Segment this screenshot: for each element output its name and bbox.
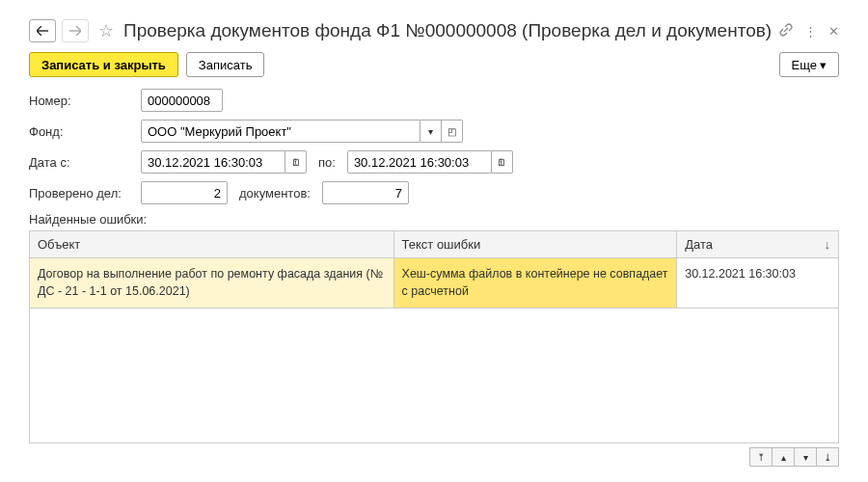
fund-dropdown-button[interactable]: ▾ <box>420 120 442 143</box>
calendar-icon: 🗓 <box>291 157 301 168</box>
more-label: Еще <box>792 58 817 72</box>
column-error-text[interactable]: Текст ошибки <box>393 231 677 258</box>
calendar-icon: 🗓 <box>497 157 506 168</box>
chevron-down-icon: ▾ <box>428 126 433 137</box>
cell-date: 30.12.2021 16:30:03 <box>677 258 839 308</box>
menu-icon[interactable]: ⋮ <box>804 24 817 39</box>
arrow-right-icon <box>69 26 81 36</box>
cell-error-text: Хеш-сумма файлов в контейнере не совпада… <box>393 258 677 308</box>
fund-open-button[interactable]: ◰ <box>442 120 463 143</box>
table-empty-area <box>29 308 839 443</box>
triangle-up-icon: ▴ <box>781 452 786 463</box>
sort-desc-icon: ↓ <box>825 237 831 252</box>
table-row[interactable]: Договор на выполнение работ по ремонту ф… <box>30 258 839 308</box>
fund-input[interactable] <box>141 120 420 143</box>
docs-input[interactable] <box>322 181 409 204</box>
close-icon[interactable]: ✕ <box>828 24 839 39</box>
date-from-calendar-button[interactable]: 🗓 <box>285 150 307 174</box>
open-icon: ◰ <box>448 126 456 137</box>
chevron-down-icon: ▾ <box>820 58 827 72</box>
column-object[interactable]: Объект <box>30 231 394 258</box>
bar-up-icon: ⤒ <box>757 452 765 463</box>
link-icon[interactable] <box>779 23 793 40</box>
errors-table: Объект Текст ошибки Дата ↓ Договор на вы… <box>29 230 839 308</box>
date-to-label: по: <box>318 155 336 170</box>
scroll-last-button[interactable]: ⤓ <box>816 447 839 467</box>
save-close-button[interactable]: Записать и закрыть <box>29 52 178 77</box>
number-label: Номер: <box>29 94 135 108</box>
date-to-calendar-button[interactable]: 🗓 <box>492 150 513 174</box>
arrow-left-icon <box>37 26 48 36</box>
checked-cases-label: Проверено дел: <box>29 186 135 201</box>
errors-section-label: Найденные ошибки: <box>29 212 839 227</box>
star-icon[interactable]: ☆ <box>98 20 114 41</box>
column-date[interactable]: Дата ↓ <box>677 231 839 258</box>
date-from-input[interactable] <box>141 150 285 174</box>
docs-label: документов: <box>239 186 311 201</box>
checked-cases-input[interactable] <box>141 181 228 204</box>
bar-down-icon: ⤓ <box>824 452 831 463</box>
fund-label: Фонд: <box>29 124 135 139</box>
scroll-first-button[interactable]: ⤒ <box>749 447 773 467</box>
date-from-label: Дата с: <box>29 155 135 170</box>
number-input[interactable] <box>141 89 223 112</box>
scroll-down-button[interactable]: ▾ <box>794 447 817 467</box>
cell-object: Договор на выполнение работ по ремонту ф… <box>30 258 394 308</box>
scroll-up-button[interactable]: ▴ <box>772 447 795 467</box>
date-to-input[interactable] <box>347 150 492 174</box>
nav-forward-button[interactable] <box>62 19 89 42</box>
column-date-label: Дата <box>685 237 713 252</box>
page-title: Проверка документов фонда Ф1 №000000008 … <box>123 20 773 41</box>
save-button[interactable]: Записать <box>186 52 265 77</box>
triangle-down-icon: ▾ <box>803 452 808 463</box>
more-button[interactable]: Еще ▾ <box>779 52 839 77</box>
nav-back-button[interactable] <box>29 19 56 42</box>
